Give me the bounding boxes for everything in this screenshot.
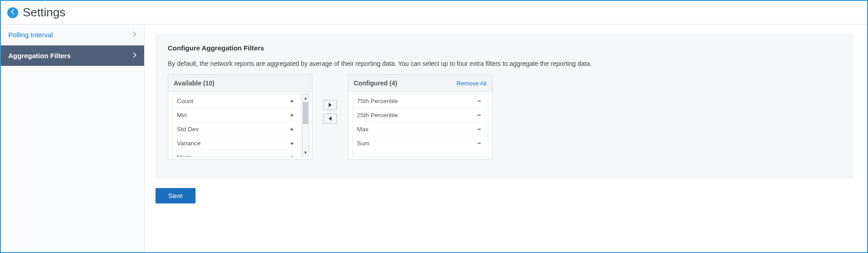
sidebar-item-label: Aggregation Filters bbox=[8, 52, 71, 60]
list-item: Min + bbox=[172, 108, 301, 122]
remove-all-link[interactable]: Remove All bbox=[457, 80, 487, 87]
add-icon[interactable]: + bbox=[288, 125, 296, 133]
chevron-right-icon bbox=[132, 31, 137, 39]
action-bar: Save bbox=[156, 188, 853, 203]
list-item: Variance + bbox=[172, 136, 301, 150]
available-body: Count + Min + Std Dev + bbox=[168, 92, 312, 159]
main-content: Configure Aggregation Filters By default… bbox=[145, 25, 867, 253]
svg-marker-1 bbox=[329, 116, 331, 121]
panel-title: Configure Aggregation Filters bbox=[168, 44, 841, 52]
arrow-left-icon bbox=[10, 9, 16, 16]
list-item: 75th Percentile − bbox=[352, 94, 488, 108]
list-item-label: Max bbox=[357, 126, 369, 133]
list-item-label: Variance bbox=[177, 140, 201, 147]
add-icon[interactable]: + bbox=[288, 97, 296, 105]
page-title: Settings bbox=[23, 5, 65, 20]
sidebar-item-label: Polling Interval bbox=[8, 31, 53, 39]
list-item-label: Count bbox=[177, 98, 193, 104]
list-item: Std Dev + bbox=[172, 122, 301, 136]
available-heading-text: Available (10) bbox=[174, 79, 215, 87]
configured-heading-text: Configured (4) bbox=[354, 79, 397, 87]
list-item-label: Mode bbox=[177, 154, 192, 158]
config-panel: Configure Aggregation Filters By default… bbox=[156, 34, 853, 178]
back-button[interactable] bbox=[7, 7, 18, 18]
list-item-label: Std Dev bbox=[177, 126, 199, 133]
panel-description: By default, the network reports are aggr… bbox=[168, 60, 841, 67]
remove-icon[interactable]: − bbox=[475, 125, 483, 133]
scrollbar[interactable]: ▲ ▼ bbox=[302, 94, 309, 157]
available-heading: Available (10) bbox=[168, 75, 312, 92]
remove-icon[interactable]: − bbox=[475, 97, 483, 105]
svg-marker-0 bbox=[329, 103, 331, 107]
list-item: Sum − bbox=[352, 136, 488, 150]
configured-body: 75th Percentile − 25th Percentile − Max … bbox=[348, 92, 492, 159]
page-header: Settings bbox=[1, 1, 867, 25]
available-list: Count + Min + Std Dev + bbox=[172, 94, 301, 157]
save-button[interactable]: Save bbox=[156, 188, 196, 203]
move-right-button[interactable] bbox=[323, 100, 337, 110]
caret-left-icon bbox=[328, 115, 332, 122]
available-listbox: Available (10) Count + Min + bbox=[168, 74, 312, 159]
move-left-button[interactable] bbox=[323, 114, 337, 124]
add-icon[interactable]: + bbox=[288, 111, 296, 119]
scroll-thumb[interactable] bbox=[303, 102, 308, 124]
app-frame: Settings Polling Interval Aggregation Fi… bbox=[0, 0, 868, 253]
remove-icon[interactable]: − bbox=[475, 139, 483, 147]
dual-list: Available (10) Count + Min + bbox=[168, 74, 841, 159]
configured-heading: Configured (4) Remove All bbox=[348, 75, 492, 92]
scroll-down-icon[interactable]: ▼ bbox=[302, 149, 309, 157]
list-item-label: 75th Percentile bbox=[357, 98, 398, 104]
configured-listbox: Configured (4) Remove All 75th Percentil… bbox=[348, 74, 492, 159]
scroll-track[interactable] bbox=[302, 102, 309, 149]
list-item-label: Sum bbox=[357, 140, 370, 147]
mover-buttons bbox=[323, 100, 337, 124]
list-item: Count + bbox=[172, 94, 301, 108]
list-item-label: Min bbox=[177, 112, 187, 119]
configured-list: 75th Percentile − 25th Percentile − Max … bbox=[352, 94, 488, 157]
list-item: 25th Percentile − bbox=[352, 108, 488, 122]
sidebar-item-aggregation-filters[interactable]: Aggregation Filters bbox=[1, 45, 144, 66]
add-icon[interactable]: + bbox=[288, 153, 296, 157]
list-item: Mode + bbox=[172, 150, 301, 157]
settings-sidebar: Polling Interval Aggregation Filters bbox=[1, 25, 145, 253]
page-body: Polling Interval Aggregation Filters Con… bbox=[1, 25, 867, 253]
remove-icon[interactable]: − bbox=[475, 111, 483, 119]
add-icon[interactable]: + bbox=[288, 139, 296, 147]
list-item: Max − bbox=[352, 122, 488, 136]
caret-right-icon bbox=[328, 101, 332, 109]
list-item-label: 25th Percentile bbox=[357, 112, 398, 119]
sidebar-item-polling-interval[interactable]: Polling Interval bbox=[1, 25, 144, 45]
chevron-right-icon bbox=[132, 52, 137, 60]
scroll-up-icon[interactable]: ▲ bbox=[302, 94, 309, 102]
